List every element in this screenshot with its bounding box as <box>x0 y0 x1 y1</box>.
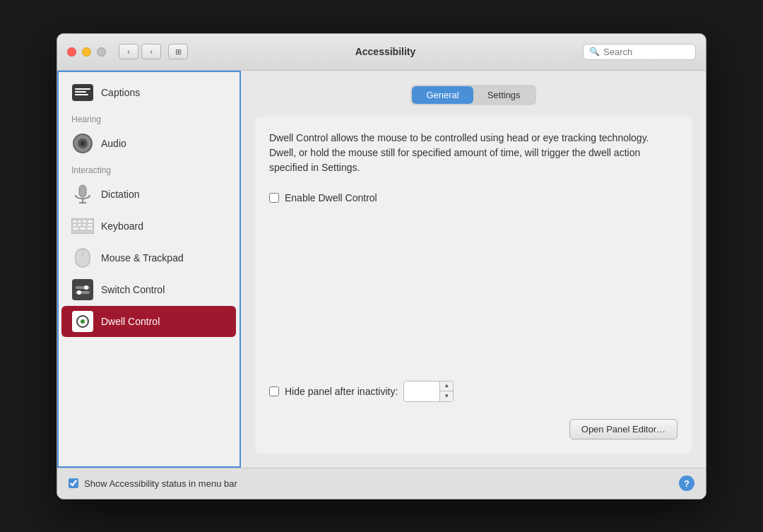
sidebar-item-audio-label: Audio <box>101 138 126 149</box>
svg-rect-20 <box>80 227 85 230</box>
sidebar-item-dwell-control[interactable]: Dwell Control <box>61 306 236 337</box>
show-status-checkbox[interactable] <box>69 478 78 488</box>
bottom-bar: Show Accessibility status in menu bar ? <box>57 468 706 499</box>
sidebar-item-switch-control[interactable]: Switch Control <box>61 274 236 305</box>
titlebar: ‹ › ⊞ Accessibility 🔍 <box>57 34 706 71</box>
traffic-lights <box>67 47 106 57</box>
sidebar-item-dictation[interactable]: Dictation <box>61 179 236 210</box>
svg-rect-21 <box>87 227 93 230</box>
svg-rect-24 <box>72 279 93 300</box>
sidebar-item-switch-label: Switch Control <box>101 284 165 295</box>
tab-settings[interactable]: Settings <box>473 86 535 104</box>
inactivity-value[interactable]: 0.25s <box>404 384 439 398</box>
svg-point-6 <box>81 141 85 146</box>
svg-rect-16 <box>78 224 81 226</box>
captions-icon <box>71 81 94 104</box>
svg-rect-15 <box>73 224 76 226</box>
hide-panel-row: Hide panel after inactivity: 0.25s ▲ ▼ <box>269 381 678 402</box>
enable-dwell-label[interactable]: Enable Dwell Control <box>285 192 377 203</box>
keyboard-icon <box>71 215 94 237</box>
grid-button[interactable]: ⊞ <box>168 44 188 59</box>
sidebar-item-captions[interactable]: Captions <box>61 77 236 108</box>
search-input[interactable] <box>603 47 688 57</box>
close-button[interactable] <box>67 47 76 57</box>
tab-general[interactable]: General <box>412 86 473 104</box>
dictation-icon <box>71 183 94 206</box>
nav-buttons: ‹ › <box>119 44 161 59</box>
svg-point-31 <box>81 319 85 324</box>
svg-rect-3 <box>75 94 88 95</box>
help-button[interactable]: ? <box>679 475 694 491</box>
tab-bar: General Settings <box>255 85 692 105</box>
accessibility-window: ‹ › ⊞ Accessibility 🔍 <box>57 33 706 500</box>
svg-rect-17 <box>83 224 86 226</box>
svg-rect-11 <box>73 220 76 223</box>
hide-panel-checkbox[interactable] <box>269 386 279 396</box>
sidebar-item-dwell-label: Dwell Control <box>101 316 160 327</box>
svg-rect-12 <box>78 220 81 223</box>
enable-dwell-checkbox[interactable] <box>269 193 279 203</box>
sidebar-item-keyboard[interactable]: Keyboard <box>61 211 236 242</box>
back-button[interactable]: ‹ <box>119 44 138 59</box>
spinner-down[interactable]: ▼ <box>440 391 453 401</box>
svg-rect-7 <box>79 185 86 197</box>
window-title: Accessibility <box>195 46 576 57</box>
sidebar-item-keyboard-label: Keyboard <box>101 220 143 232</box>
sidebar-item-captions-label: Captions <box>101 87 140 98</box>
svg-rect-14 <box>88 220 93 223</box>
svg-rect-18 <box>88 224 93 226</box>
search-icon: 🔍 <box>589 47 600 57</box>
sidebar-item-mouse-trackpad[interactable]: Mouse & Trackpad <box>61 242 236 273</box>
svg-rect-13 <box>83 220 86 223</box>
svg-point-27 <box>84 285 88 290</box>
svg-rect-1 <box>75 88 90 90</box>
maximize-button[interactable] <box>97 47 106 57</box>
open-panel-editor-button[interactable]: Open Panel Editor… <box>569 419 678 439</box>
spinner-arrows: ▲ ▼ <box>439 382 453 401</box>
hide-panel-label[interactable]: Hide panel after inactivity: <box>285 386 398 397</box>
sidebar: Captions Hearing Audio Interacting <box>57 71 241 468</box>
audio-icon <box>71 132 94 155</box>
svg-point-28 <box>77 290 81 295</box>
sidebar-item-dictation-label: Dictation <box>101 189 139 200</box>
description-text: Dwell Control allows the mouse to be con… <box>269 131 678 175</box>
main-content: Captions Hearing Audio Interacting <box>57 71 706 468</box>
content-box: Dwell Control allows the mouse to be con… <box>255 117 692 454</box>
mouse-trackpad-icon <box>71 247 94 269</box>
svg-rect-19 <box>73 227 78 230</box>
spinner-up[interactable]: ▲ <box>440 382 453 391</box>
switch-control-icon <box>71 278 94 301</box>
minimize-button[interactable] <box>82 47 91 57</box>
enable-dwell-row: Enable Dwell Control <box>269 192 678 203</box>
inactivity-spinner[interactable]: 0.25s ▲ ▼ <box>403 381 454 402</box>
show-status-row: Show Accessibility status in menu bar <box>69 478 237 489</box>
interacting-section-header: Interacting <box>57 160 240 178</box>
search-box[interactable]: 🔍 <box>583 44 696 60</box>
right-panel: General Settings Dwell Control allows th… <box>241 71 706 468</box>
forward-button[interactable]: › <box>141 44 161 59</box>
svg-rect-2 <box>75 91 86 93</box>
captions-icon-shape <box>72 84 93 101</box>
sidebar-item-mouse-label: Mouse & Trackpad <box>101 252 184 264</box>
hearing-section-header: Hearing <box>57 109 240 127</box>
dwell-control-icon <box>71 310 94 333</box>
sidebar-item-audio[interactable]: Audio <box>61 128 236 159</box>
tab-group: General Settings <box>410 85 536 105</box>
show-status-label[interactable]: Show Accessibility status in menu bar <box>84 478 237 489</box>
